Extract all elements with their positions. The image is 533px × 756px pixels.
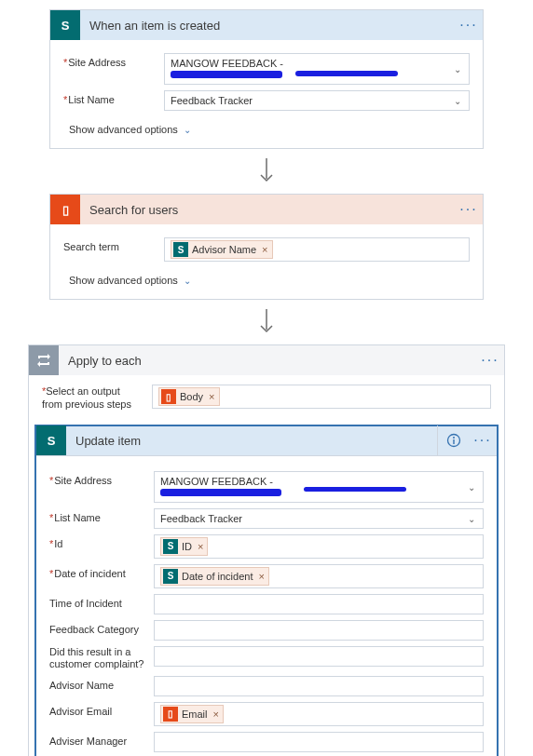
site-address-input[interactable]: MANGOW FEEDBACK - ⌄ [164, 53, 470, 85]
svg-point-3 [453, 437, 455, 439]
advisor-name-label: Advisor Name [49, 676, 154, 692]
office-icon: ▯ [161, 389, 176, 404]
advisor-email-row: Advisor Email ▯ Email × [49, 702, 484, 726]
step2-header[interactable]: ▯ Search for users ··· [50, 195, 483, 224]
update-item-body: *Site Address MANGOW FEEDBACK - ⌄ *List … [36, 456, 497, 756]
svg-rect-4 [453, 439, 454, 444]
sharepoint-icon: S [163, 569, 178, 584]
token-label: Email [182, 709, 208, 720]
step3-menu-button[interactable]: ··· [476, 352, 504, 369]
chevron-down-icon: ⌄ [468, 481, 475, 492]
step1-header[interactable]: S When an item is created ··· [50, 10, 483, 40]
id-label: *Id [49, 534, 154, 550]
step2-advanced-toggle[interactable]: Show advanced options ⌄ [63, 267, 470, 293]
site-address-row: *Site Address MANGOW FEEDBACK - ⌄ [63, 53, 470, 85]
step1-advanced-toggle[interactable]: Show advanced options ⌄ [63, 116, 470, 142]
chevron-down-icon: ⌄ [454, 96, 461, 106]
id-input[interactable]: S ID × [154, 534, 484, 559]
step2-menu-button[interactable]: ··· [455, 201, 483, 218]
feedback-category-input[interactable] [154, 620, 484, 641]
sharepoint-icon: S [163, 539, 178, 554]
date-incident-label: *Date of incident [49, 564, 154, 580]
select-output-label: *Select an output from previous steps [42, 385, 143, 412]
list-name-row: *List Name Feedback Tracker ⌄ [49, 508, 484, 529]
adviser-manager-label: Adviser Manager [49, 732, 154, 748]
select-output-input[interactable]: ▯ Body × [152, 385, 491, 409]
info-button[interactable] [437, 425, 469, 455]
site-address-row: *Site Address MANGOW FEEDBACK - ⌄ [49, 471, 484, 503]
adviser-manager-input[interactable] [154, 732, 484, 752]
select-output-row: *Select an output from previous steps ▯ … [29, 375, 504, 415]
redaction-mark [171, 71, 282, 78]
office-icon: ▯ [50, 195, 80, 224]
complaint-input[interactable] [154, 646, 484, 667]
advisor-email-input[interactable]: ▯ Email × [154, 702, 484, 726]
step-search-for-users: ▯ Search for users ··· Search term S Adv… [49, 194, 484, 300]
feedback-category-label: Feedback Category [49, 620, 154, 636]
step3-header[interactable]: Apply to each ··· [29, 345, 504, 375]
token-label: ID [182, 541, 192, 552]
token-remove-icon[interactable]: × [262, 244, 267, 255]
update-item-title: Update item [66, 434, 437, 448]
site-address-input[interactable]: MANGOW FEEDBACK - ⌄ [154, 471, 484, 503]
date-incident-input[interactable]: S Date of incident × [154, 564, 484, 588]
step2-body: Search term S Advisor Name × Show advanc… [50, 224, 483, 299]
adviser-manager-row: Adviser Manager [49, 732, 484, 752]
token-body[interactable]: ▯ Body × [158, 387, 220, 406]
update-item-menu-button[interactable]: ··· [469, 432, 497, 449]
office-icon: ▯ [163, 707, 178, 722]
complaint-row: Did this result in a customer complaint? [49, 646, 484, 670]
advisor-name-row: Advisor Name [49, 676, 484, 696]
date-incident-row: *Date of incident S Date of incident × [49, 564, 484, 588]
token-id[interactable]: S ID × [160, 537, 208, 556]
list-name-value: Feedback Tracker [171, 95, 253, 106]
loop-icon [29, 345, 59, 375]
redaction-mark [304, 487, 406, 492]
step1-body: *Site Address MANGOW FEEDBACK - ⌄ *List … [50, 40, 483, 148]
redaction-mark [160, 489, 281, 496]
advisor-email-label: Advisor Email [49, 702, 154, 718]
flow-arrow [9, 309, 524, 335]
chevron-down-icon: ⌄ [184, 125, 191, 135]
token-label: Body [180, 391, 203, 402]
time-incident-input[interactable] [154, 594, 484, 614]
advisor-name-input[interactable] [154, 676, 484, 696]
chevron-down-icon: ⌄ [454, 64, 461, 74]
step1-menu-button[interactable]: ··· [455, 17, 483, 34]
feedback-category-row: Feedback Category [49, 620, 484, 641]
time-incident-row: Time of Incident [49, 594, 484, 614]
site-address-label: *Site Address [63, 53, 164, 69]
token-remove-icon[interactable]: × [209, 391, 214, 402]
chevron-down-icon: ⌄ [184, 276, 191, 286]
step-apply-to-each: Apply to each ··· *Select an output from… [28, 344, 505, 756]
site-address-value: MANGOW FEEDBACK - [171, 58, 283, 69]
step-update-item: S Update item ··· *Site Address MANGOW F… [34, 425, 499, 756]
sharepoint-icon: S [173, 242, 188, 257]
list-name-input[interactable]: Feedback Tracker ⌄ [164, 90, 470, 111]
step2-title: Search for users [80, 203, 455, 217]
redaction-mark [295, 71, 398, 76]
time-incident-label: Time of Incident [49, 594, 154, 610]
list-name-label: *List Name [63, 90, 164, 106]
token-remove-icon[interactable]: × [258, 571, 264, 582]
flow-arrow [9, 158, 524, 184]
site-address-value: MANGOW FEEDBACK - [160, 476, 273, 487]
search-term-input[interactable]: S Advisor Name × [164, 237, 470, 262]
token-email[interactable]: ▯ Email × [160, 705, 224, 723]
token-advisor-name[interactable]: S Advisor Name × [171, 240, 273, 259]
token-label: Date of incident [182, 571, 253, 582]
advanced-label: Show advanced options [69, 124, 178, 135]
list-name-input[interactable]: Feedback Tracker ⌄ [154, 508, 484, 529]
token-label: Advisor Name [192, 244, 256, 255]
token-remove-icon[interactable]: × [213, 709, 219, 720]
step3-title: Apply to each [59, 354, 476, 368]
token-remove-icon[interactable]: × [198, 541, 203, 552]
chevron-down-icon: ⌄ [468, 513, 475, 523]
token-date-incident[interactable]: S Date of incident × [160, 567, 269, 586]
update-item-header[interactable]: S Update item ··· [36, 426, 497, 456]
sharepoint-icon: S [50, 10, 80, 40]
search-term-label: Search term [63, 237, 164, 253]
search-term-row: Search term S Advisor Name × [63, 237, 470, 262]
advanced-label: Show advanced options [69, 275, 178, 286]
sharepoint-icon: S [36, 425, 66, 455]
